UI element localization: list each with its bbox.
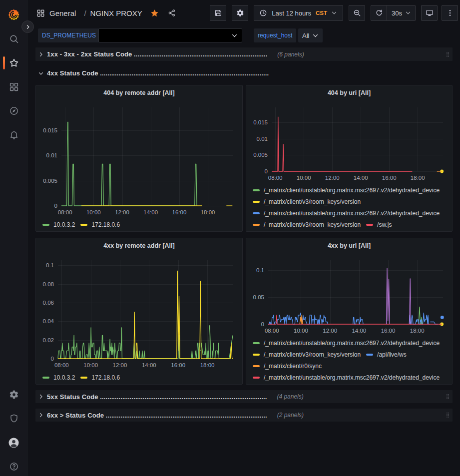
svg-text:16:00: 16:00 — [171, 362, 185, 368]
legend-item[interactable]: /_matrix/client/unstable/org.matrix.msc2… — [253, 337, 440, 349]
svg-text:0.015: 0.015 — [43, 127, 57, 133]
legend-swatch — [253, 377, 260, 379]
breadcrumb-folder[interactable]: General — [49, 9, 76, 17]
dashboard-row[interactable]: 5xx Status Code ........................… — [35, 390, 453, 403]
variable-label-request-host[interactable]: request_host — [254, 28, 296, 42]
clock-icon — [259, 9, 267, 17]
favorite-star-icon[interactable] — [150, 9, 159, 17]
save-dashboard-button[interactable] — [210, 5, 226, 21]
dashboard-row[interactable]: 1xx - 3xx - 2xx Status Code ............… — [35, 47, 453, 61]
legend-swatch — [253, 201, 260, 203]
svg-text:10:00: 10:00 — [297, 175, 311, 181]
dashboard-row[interactable]: 4xx Status Code ........................… — [35, 66, 453, 80]
sidebar-item-server-admin[interactable] — [0, 409, 27, 429]
refresh-interval-label: 30s — [392, 9, 402, 17]
sidebar-item-explore[interactable] — [0, 101, 27, 121]
tv-icon — [426, 9, 434, 17]
legend-swatch — [253, 189, 260, 191]
row-title: 6xx > Status Code ......................… — [47, 412, 267, 419]
chevron-down-icon — [331, 9, 338, 16]
star-outline-icon — [9, 58, 19, 68]
sidebar-expand-button[interactable] — [21, 20, 34, 33]
legend-item[interactable]: /api/live/ws — [366, 349, 407, 360]
sidebar — [0, 0, 27, 476]
legend-item[interactable]: /_matrix/client/r0/sync — [253, 360, 322, 372]
share-icon[interactable] — [168, 9, 176, 17]
svg-text:18:00: 18:00 — [200, 362, 215, 368]
legend-label: 10.0.3.2 — [53, 374, 75, 381]
legend-label: /_matrix/client/unstable/org.matrix.msc2… — [264, 340, 440, 347]
legend-item[interactable]: /_matrix/client/v3/room_keys/version — [253, 196, 361, 207]
legend-item[interactable]: /_matrix/client/unstable/org.matrix.msc2… — [253, 207, 440, 219]
angle-down-icon — [37, 70, 44, 77]
row-drag-handle[interactable] — [445, 391, 451, 402]
svg-text:14:00: 14:00 — [352, 328, 366, 334]
sidebar-item-search[interactable] — [0, 29, 27, 49]
legend-label: /_matrix/client/unstable/org.matrix.msc2… — [264, 187, 440, 194]
panel-chart[interactable]: 08:0010:0012:0014:0016:0018:0000.0050.01… — [36, 100, 242, 219]
sidebar-item-profile[interactable] — [0, 433, 27, 453]
save-icon — [214, 9, 222, 17]
variable-label-ds-prometheus[interactable]: DS_PROMETHEUS — [38, 28, 100, 42]
panel-title[interactable]: 4xx by remote addr [All] — [36, 238, 242, 253]
svg-text:0.005: 0.005 — [43, 178, 57, 184]
refresh-picker: 30s — [371, 5, 416, 21]
panel-chart[interactable]: 08:0010:0012:0014:0016:0018:0000.050.1 — [246, 253, 452, 337]
more-button[interactable] — [442, 5, 458, 21]
help-icon — [9, 462, 19, 472]
grip-icon — [445, 391, 451, 402]
cycle-view-button[interactable] — [421, 5, 438, 21]
sidebar-item-dashboards[interactable] — [0, 77, 27, 97]
time-picker-button[interactable]: Last 12 hoursCST — [254, 5, 343, 21]
angle-right-icon — [37, 51, 44, 58]
row-panel-count: (4 panels) — [277, 393, 303, 400]
svg-text:10:00: 10:00 — [294, 328, 308, 334]
panel-legend: 10.0.3.2172.18.0.6 — [36, 219, 242, 231]
sidebar-item-help[interactable] — [0, 457, 27, 476]
shield-icon — [9, 414, 19, 424]
svg-text:0.005: 0.005 — [253, 152, 268, 158]
svg-text:18:00: 18:00 — [411, 175, 425, 181]
legend-item[interactable]: /_matrix/client/unstable/org.matrix.msc2… — [253, 184, 440, 196]
variable-value-request-host[interactable]: All — [298, 28, 323, 42]
dashboard-row[interactable]: 6xx > Status Code ......................… — [35, 409, 453, 422]
svg-text:08:00: 08:00 — [265, 328, 279, 334]
legend-item[interactable]: /sw.js — [366, 219, 392, 230]
sidebar-item-starred[interactable] — [0, 53, 27, 73]
zoom-out-time-button[interactable] — [349, 5, 365, 21]
svg-text:0.1: 0.1 — [46, 262, 54, 268]
share-icon — [168, 9, 176, 17]
variable-value-ds-prometheus[interactable] — [98, 28, 242, 42]
legend-item[interactable]: /_matrix/client/unstable/org.matrix.msc2… — [253, 372, 440, 383]
legend-swatch — [253, 342, 260, 344]
grip-icon — [445, 410, 451, 421]
time-zone-label: CST — [316, 10, 327, 16]
refresh-button[interactable] — [371, 5, 387, 21]
sidebar-item-alerting[interactable] — [0, 125, 27, 145]
panel-title[interactable]: 404 by remote addr [All] — [36, 85, 242, 100]
row-drag-handle[interactable] — [445, 410, 451, 421]
grafana-logo[interactable] — [7, 8, 20, 21]
gear-icon — [236, 9, 244, 17]
sidebar-item-configuration[interactable] — [0, 385, 27, 405]
legend-item[interactable]: /_matrix/client/v3/room_keys/version — [253, 349, 361, 360]
search-icon — [9, 34, 19, 44]
breadcrumb-dashboard-title[interactable]: NGINX PROXY — [90, 9, 142, 17]
refresh-interval-button[interactable]: 30s — [387, 5, 416, 21]
legend-item[interactable]: 172.18.0.6 — [80, 219, 120, 230]
legend-item[interactable]: 172.18.0.6 — [80, 372, 120, 383]
legend-swatch — [253, 365, 260, 367]
legend-item[interactable]: /_matrix/client/v3/room_keys/version — [253, 219, 361, 230]
row-drag-handle[interactable] — [445, 49, 451, 60]
panel-chart[interactable]: 08:0010:0012:0014:0016:0018:0000.020.040… — [36, 253, 242, 372]
panel-chart[interactable]: 08:0010:0012:0014:0016:0018:0000.0050.01… — [246, 100, 452, 184]
dashboard-settings-button[interactable] — [232, 5, 248, 21]
variables-submenu: DS_PROMETHEUS request_host All — [27, 26, 460, 47]
legend-item[interactable]: 10.0.3.2 — [42, 372, 75, 383]
compass-icon — [9, 106, 19, 116]
legend-item[interactable]: 10.0.3.2 — [42, 219, 75, 230]
panel-title[interactable]: 404 by uri [All] — [246, 85, 452, 100]
svg-text:0.02: 0.02 — [43, 337, 54, 343]
svg-text:14:00: 14:00 — [354, 175, 368, 181]
panel-title[interactable]: 4xx by uri [All] — [246, 238, 452, 253]
